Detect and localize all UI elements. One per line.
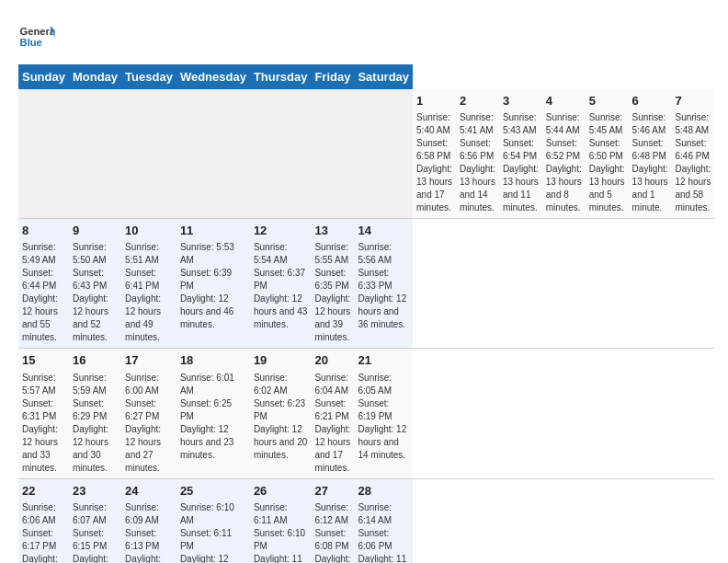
day-number: 20: [314, 352, 350, 369]
cell-info: Sunrise: 5:59 AMSunset: 6:29 PMDaylight:…: [73, 372, 118, 475]
daylight-text: Daylight: 12 hours and 33 minutes.: [22, 423, 65, 475]
cell-info: Sunrise: 5:56 AMSunset: 6:33 PMDaylight:…: [358, 241, 409, 331]
daylight-text: Daylight: 12 hours and 27 minutes.: [125, 423, 173, 475]
sunset-text: Sunset: 6:11 PM: [180, 527, 246, 553]
sunrise-text: Sunrise: 5:45 AM: [589, 111, 625, 137]
day-number: 14: [358, 223, 409, 239]
sunrise-text: Sunrise: 5:40 AM: [416, 111, 452, 137]
day-of-week-header: Tuesday: [121, 64, 176, 89]
cell-info: Sunrise: 6:02 AMSunset: 6:23 PMDaylight:…: [254, 372, 308, 462]
day-number: 2: [460, 93, 495, 109]
day-number: 17: [125, 352, 173, 369]
daylight-text: Daylight: 13 hours and 5 minutes.: [589, 163, 625, 214]
calendar-cell: 12Sunrise: 5:54 AMSunset: 6:37 PMDayligh…: [250, 219, 312, 349]
sunset-text: Sunset: 6:21 PM: [314, 397, 350, 423]
calendar-cell: 20Sunrise: 6:04 AMSunset: 6:21 PMDayligh…: [311, 349, 354, 478]
sunset-text: Sunset: 6:10 PM: [254, 527, 308, 553]
day-of-week-header: Friday: [311, 64, 354, 89]
daylight-text: Daylight: 11 hours and 52 minutes.: [358, 553, 409, 563]
sunrise-text: Sunrise: 6:07 AM: [73, 501, 118, 527]
daylight-text: Daylight: 13 hours and 11 minutes.: [503, 163, 539, 214]
sunrise-text: Sunrise: 5:43 AM: [503, 111, 539, 137]
day-of-week-header: Thursday: [250, 64, 312, 89]
sunrise-text: Sunrise: 5:57 AM: [22, 372, 65, 397]
sunrise-text: Sunrise: 6:02 AM: [254, 372, 308, 397]
sunrise-text: Sunrise: 5:46 AM: [632, 111, 668, 137]
day-number: 28: [358, 483, 409, 500]
calendar-cell: [69, 89, 121, 219]
daylight-text: Daylight: 12 hours and 49 minutes.: [125, 293, 173, 344]
calendar-cell: [18, 89, 69, 219]
calendar-cell: 1Sunrise: 5:40 AMSunset: 6:58 PMDaylight…: [413, 89, 456, 219]
daylight-text: Daylight: 12 hours and 11 minutes.: [22, 553, 65, 563]
daylight-text: Daylight: 12 hours and 58 minutes.: [676, 163, 711, 214]
daylight-text: Daylight: 13 hours and 14 minutes.: [460, 163, 495, 214]
day-number: 16: [73, 352, 118, 369]
calendar-week-row: 8Sunrise: 5:49 AMSunset: 6:44 PMDaylight…: [18, 219, 714, 349]
sunset-text: Sunset: 6:15 PM: [73, 527, 118, 553]
header: General Blue: [18, 18, 710, 55]
calendar-cell: 7Sunrise: 5:48 AMSunset: 6:46 PMDaylight…: [672, 89, 715, 219]
sunrise-text: Sunrise: 6:01 AM: [180, 372, 246, 397]
sunrise-text: Sunrise: 5:49 AM: [22, 241, 65, 267]
day-number: 21: [358, 352, 409, 369]
calendar-cell: 27Sunrise: 6:12 AMSunset: 6:08 PMDayligh…: [311, 478, 354, 563]
day-of-week-header: Saturday: [354, 64, 413, 89]
sunset-text: Sunset: 6:13 PM: [125, 527, 173, 553]
calendar-cell: [311, 89, 354, 219]
sunset-text: Sunset: 6:23 PM: [254, 397, 308, 423]
cell-info: Sunrise: 5:54 AMSunset: 6:37 PMDaylight:…: [254, 241, 308, 331]
daylight-text: Daylight: 12 hours and 8 minutes.: [73, 553, 118, 563]
sunset-text: Sunset: 6:39 PM: [180, 267, 246, 293]
calendar-week-row: 22Sunrise: 6:06 AMSunset: 6:17 PMDayligh…: [18, 478, 714, 563]
cell-info: Sunrise: 5:50 AMSunset: 6:43 PMDaylight:…: [73, 241, 118, 344]
cell-info: Sunrise: 5:41 AMSunset: 6:56 PMDaylight:…: [460, 111, 495, 214]
calendar-cell: 14Sunrise: 5:56 AMSunset: 6:33 PMDayligh…: [354, 219, 413, 349]
cell-info: Sunrise: 6:09 AMSunset: 6:13 PMDaylight:…: [125, 501, 173, 563]
cell-info: Sunrise: 5:48 AMSunset: 6:46 PMDaylight:…: [676, 111, 711, 214]
cell-info: Sunrise: 6:06 AMSunset: 6:17 PMDaylight:…: [22, 501, 65, 563]
day-number: 25: [180, 483, 246, 500]
sunset-text: Sunset: 6:58 PM: [416, 137, 452, 163]
calendar-cell: 13Sunrise: 5:55 AMSunset: 6:35 PMDayligh…: [311, 219, 354, 349]
calendar-cell: 21Sunrise: 6:05 AMSunset: 6:19 PMDayligh…: [354, 349, 413, 478]
sunset-text: Sunset: 6:44 PM: [22, 267, 65, 293]
sunset-text: Sunset: 6:50 PM: [589, 137, 625, 163]
day-number: 9: [73, 223, 118, 239]
cell-info: Sunrise: 6:07 AMSunset: 6:15 PMDaylight:…: [73, 501, 118, 563]
daylight-text: Daylight: 12 hours and 1 minute.: [180, 553, 246, 563]
daylight-text: Daylight: 12 hours and 36 minutes.: [358, 293, 409, 331]
cell-info: Sunrise: 6:01 AMSunset: 6:25 PMDaylight:…: [180, 372, 246, 462]
calendar-cell: 17Sunrise: 6:00 AMSunset: 6:27 PMDayligh…: [121, 349, 176, 478]
sunset-text: Sunset: 6:52 PM: [546, 137, 582, 163]
sunset-text: Sunset: 6:41 PM: [125, 267, 173, 293]
daylight-text: Daylight: 12 hours and 17 minutes.: [314, 423, 350, 475]
sunset-text: Sunset: 6:54 PM: [503, 137, 539, 163]
daylight-text: Daylight: 12 hours and 43 minutes.: [254, 293, 308, 331]
calendar-cell: 2Sunrise: 5:41 AMSunset: 6:56 PMDaylight…: [456, 89, 499, 219]
calendar-cell: 10Sunrise: 5:51 AMSunset: 6:41 PMDayligh…: [121, 219, 176, 349]
sunrise-text: Sunrise: 5:56 AM: [358, 241, 409, 267]
day-number: 24: [125, 483, 173, 500]
sunset-text: Sunset: 6:33 PM: [358, 267, 409, 293]
sunset-text: Sunset: 6:06 PM: [358, 527, 409, 553]
calendar-cell: 8Sunrise: 5:49 AMSunset: 6:44 PMDaylight…: [18, 219, 69, 349]
sunrise-text: Sunrise: 5:54 AM: [254, 241, 308, 267]
sunset-text: Sunset: 6:48 PM: [632, 137, 668, 163]
calendar-cell: [121, 89, 176, 219]
cell-info: Sunrise: 6:04 AMSunset: 6:21 PMDaylight:…: [314, 372, 350, 475]
calendar-cell: 11Sunrise: 5:53 AMSunset: 6:39 PMDayligh…: [176, 219, 250, 349]
daylight-text: Daylight: 12 hours and 55 minutes.: [22, 293, 65, 344]
sunrise-text: Sunrise: 5:41 AM: [460, 111, 495, 137]
cell-info: Sunrise: 5:44 AMSunset: 6:52 PMDaylight:…: [546, 111, 582, 214]
sunrise-text: Sunrise: 5:44 AM: [546, 111, 582, 137]
sunrise-text: Sunrise: 6:11 AM: [254, 501, 308, 527]
sunrise-text: Sunrise: 5:50 AM: [73, 241, 118, 267]
daylight-text: Daylight: 12 hours and 46 minutes.: [180, 293, 246, 331]
daylight-text: Daylight: 12 hours and 39 minutes.: [314, 293, 350, 344]
cell-info: Sunrise: 6:00 AMSunset: 6:27 PMDaylight:…: [125, 372, 173, 475]
sunset-text: Sunset: 6:37 PM: [254, 267, 308, 293]
sunset-text: Sunset: 6:19 PM: [358, 397, 409, 423]
logo-icon: General Blue: [18, 18, 55, 55]
sunrise-text: Sunrise: 6:12 AM: [314, 501, 350, 527]
